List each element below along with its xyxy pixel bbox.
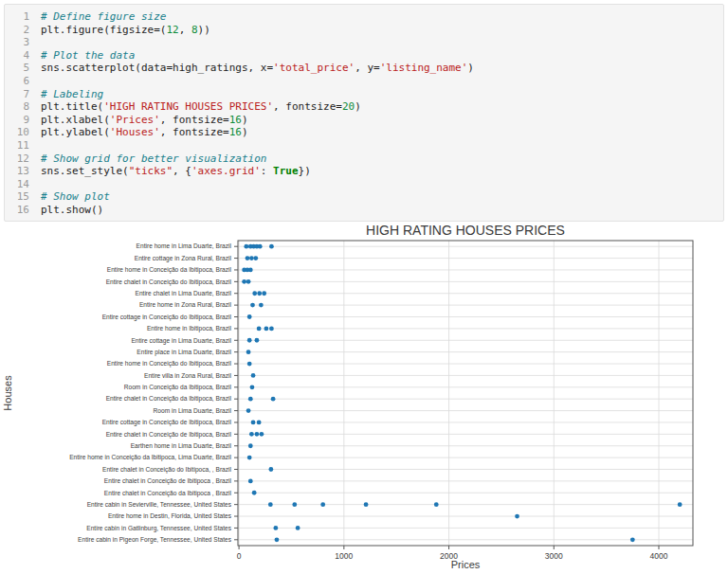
code-line-content: plt.show() [41, 204, 103, 217]
scatter-point [320, 502, 325, 507]
scatter-point [678, 502, 682, 507]
scatter-point [292, 502, 297, 507]
scatter-point [242, 279, 246, 284]
scatter-point [268, 467, 273, 472]
code-token-plain: , { [173, 165, 191, 177]
scatter-point [246, 408, 251, 413]
y-axis-label: Houses [2, 375, 13, 411]
scatter-point [252, 291, 257, 296]
scatter-point [250, 385, 255, 389]
code-line: 4# Plot the data [12, 49, 716, 63]
line-number: 9 [12, 114, 29, 127]
code-token-number: 16 [229, 126, 242, 138]
code-token-plain: plt.figure(figsize=( [41, 24, 166, 36]
code-token-plain: ) [467, 62, 474, 74]
y-tick-label: Entire home in Conceição da Ibitipoca, B… [107, 266, 232, 274]
scatter-point [257, 421, 262, 425]
scatter-point [249, 256, 254, 260]
y-tick-label: Entire chalet in Conceição do Ibitipoca,… [106, 278, 232, 286]
scatter-point [248, 397, 253, 402]
code-line-content: plt.title('HIGH RATING HOUSES PRICES', f… [41, 100, 361, 114]
y-tick-label: Entire home in Conceição do Ibitipoca, B… [107, 360, 232, 368]
y-tick-label: Entire cottage in Zona Rural, Brazil [135, 255, 232, 262]
scatter-point [259, 303, 264, 308]
scatter-point [273, 526, 278, 530]
line-number: 3 [12, 36, 29, 49]
y-tick-label: Entire chalet in Conceição de Ibitipoca … [104, 477, 232, 485]
code-line: 10plt.ylabel('Houses', fontsize=16) [12, 126, 716, 139]
code-line: 11 [12, 139, 716, 152]
code-line: 2plt.figure(figsize=(12, 8)) [12, 24, 716, 37]
code-token-plain: : [261, 165, 273, 177]
code-token-string: 'Prices' [110, 114, 160, 126]
y-tick-label: Entire chalet in Conceição do Ibitipoca,… [102, 466, 232, 474]
scatter-point [248, 268, 253, 273]
scatter-point [247, 314, 252, 319]
scatter-point [262, 291, 266, 296]
code-token-number: 20 [342, 100, 355, 113]
code-line-content: plt.figure(figsize=(12, 8)) [41, 24, 210, 37]
scatter-point [255, 432, 260, 437]
y-tick-label: Entire home in Zona Rural, Brazil [139, 301, 232, 308]
y-tick-label: Entire chalet in Conceição da Ibitipoca,… [106, 395, 232, 403]
scatter-point [246, 350, 251, 354]
scatter-point [257, 291, 262, 296]
y-tick-label: Entire cottage in Conceição de Ibitipoca… [102, 419, 232, 426]
code-line-content: # Define figure size [41, 10, 166, 24]
line-number: 13 [12, 165, 29, 178]
code-token-comment: # Labeling [41, 88, 103, 100]
scatter-point [257, 326, 262, 331]
code-token-plain: sns.scatterplot(data=high_ratings, x= [41, 62, 273, 74]
scatter-point [268, 502, 273, 507]
code-token-string: 'listing_name' [380, 62, 468, 74]
code-line: 13sns.set_style("ticks", {'axes.grid': T… [12, 165, 716, 178]
code-line-content [41, 36, 47, 49]
scatter-point [269, 326, 274, 331]
code-token-plain: plt.ylabel( [41, 126, 110, 138]
code-line: 16plt.show() [12, 204, 716, 217]
y-tick-label: Entire chalet in Conceição da Ibitipoca … [104, 490, 232, 497]
scatter-point [258, 244, 263, 249]
code-token-string: 'axes.grid' [191, 165, 261, 177]
line-number: 1 [12, 10, 29, 24]
y-tick-label: Room in Lima Duarte, Brazil [154, 407, 232, 414]
scatter-point [251, 373, 256, 378]
code-line: 6 [12, 75, 716, 88]
scatter-point [246, 279, 251, 284]
y-tick-label: Entire home in Lima Duarte, Brazil [136, 242, 232, 249]
code-token-comment: # Show grid for better visualization [41, 152, 266, 165]
code-token-string: "ticks" [129, 165, 173, 177]
y-tick-label: Room in Conceição da Ibitipoca, Brazil [124, 384, 232, 391]
line-number: 15 [12, 190, 29, 204]
code-token-plain: , y= [355, 62, 380, 74]
scatter-point [264, 326, 268, 331]
x-tick-label: 3000 [545, 551, 563, 561]
scatter-chart: 01000200030004000Entire home in Lima Dua… [0, 222, 728, 572]
scatter-point [249, 432, 254, 437]
code-line: 1# Define figure size [12, 10, 716, 24]
code-token-plain: , fontsize= [160, 114, 229, 126]
y-tick-label: Entire place in Lima Duarte, Brazil [136, 349, 231, 356]
line-number: 6 [12, 75, 29, 88]
y-tick-label: Entire home in Ibitipoca, Brazil [147, 325, 232, 332]
code-line: 5sns.scatterplot(data=high_ratings, x='t… [12, 62, 716, 75]
code-token-comment: # Plot the data [41, 49, 135, 62]
code-token-plain: }) [299, 165, 311, 177]
y-tick-label: Entire home in Conceição da Ibitipoca, L… [69, 454, 231, 461]
line-number: 5 [12, 62, 29, 75]
code-token-string: 'Houses' [110, 126, 160, 138]
notebook-code-cell[interactable]: 1# Define figure size2plt.figure(figsize… [4, 4, 724, 222]
code-token-comment: # Define figure size [41, 10, 166, 23]
code-line-content: plt.xlabel('Prices', fontsize=16) [41, 114, 248, 127]
plot-border [238, 241, 693, 546]
code-line: 15# Show plot [12, 190, 716, 204]
x-axis-label: Prices [451, 559, 481, 570]
code-lines: 1# Define figure size2plt.figure(figsize… [12, 10, 716, 217]
line-number: 12 [12, 152, 29, 166]
code-token-plain: plt.xlabel( [41, 114, 110, 126]
y-tick-label: Entire cabin in Sevierville, Tennessee, … [87, 501, 232, 508]
scatter-point [252, 491, 257, 495]
line-number: 4 [12, 49, 29, 63]
scatter-point [247, 456, 252, 460]
code-line-content: # Show grid for better visualization [41, 152, 266, 166]
